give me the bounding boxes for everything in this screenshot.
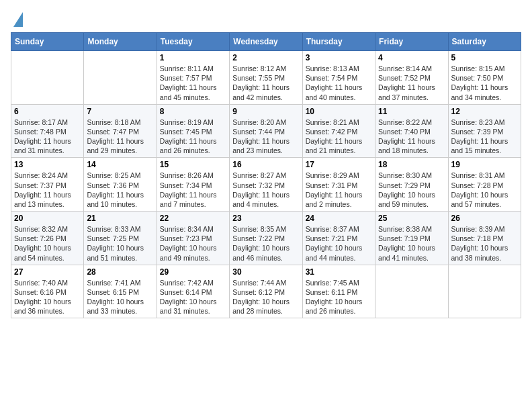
calendar-cell: 5Sunrise: 8:15 AM Sunset: 7:50 PM Daylig… (448, 51, 521, 105)
day-number: 31 (306, 267, 372, 277)
cell-info: Sunrise: 8:39 AM Sunset: 7:18 PM Dayligh… (451, 224, 518, 263)
day-number: 9 (232, 107, 299, 116)
calendar-cell: 27Sunrise: 7:40 AM Sunset: 6:16 PM Dayli… (11, 265, 84, 318)
calendar-cell: 6Sunrise: 8:17 AM Sunset: 7:48 PM Daylig… (11, 104, 84, 158)
calendar-cell: 23Sunrise: 8:35 AM Sunset: 7:22 PM Dayli… (230, 212, 302, 265)
calendar-week-row: 27Sunrise: 7:40 AM Sunset: 6:16 PM Dayli… (11, 265, 521, 318)
cell-info: Sunrise: 8:37 AM Sunset: 7:21 PM Dayligh… (306, 224, 372, 263)
calendar-cell (11, 51, 84, 105)
day-number: 28 (87, 267, 153, 277)
cell-info: Sunrise: 8:23 AM Sunset: 7:39 PM Dayligh… (451, 118, 518, 156)
calendar-cell: 26Sunrise: 8:39 AM Sunset: 7:18 PM Dayli… (448, 212, 521, 265)
header-wednesday: Wednesday (230, 33, 302, 51)
cell-info: Sunrise: 8:24 AM Sunset: 7:37 PM Dayligh… (14, 171, 81, 209)
day-number: 26 (451, 214, 518, 223)
calendar-week-row: 20Sunrise: 8:32 AM Sunset: 7:26 PM Dayli… (11, 212, 521, 265)
calendar-cell: 3Sunrise: 8:13 AM Sunset: 7:54 PM Daylig… (302, 51, 375, 105)
calendar-cell: 1Sunrise: 8:11 AM Sunset: 7:57 PM Daylig… (157, 51, 229, 105)
logo-triangle-icon (13, 12, 23, 27)
day-number: 20 (14, 214, 81, 223)
cell-info: Sunrise: 8:14 AM Sunset: 7:52 PM Dayligh… (378, 64, 445, 102)
calendar-header-row: SundayMondayTuesdayWednesdayThursdayFrid… (11, 33, 521, 51)
cell-info: Sunrise: 8:15 AM Sunset: 7:50 PM Dayligh… (451, 64, 518, 102)
calendar-cell: 7Sunrise: 8:18 AM Sunset: 7:47 PM Daylig… (84, 104, 157, 158)
logo-text (11, 11, 23, 27)
cell-info: Sunrise: 8:38 AM Sunset: 7:19 PM Dayligh… (378, 224, 445, 263)
calendar-cell: 11Sunrise: 8:22 AM Sunset: 7:40 PM Dayli… (375, 104, 448, 158)
cell-info: Sunrise: 8:17 AM Sunset: 7:48 PM Dayligh… (14, 118, 81, 156)
calendar-cell (84, 51, 157, 105)
day-number: 23 (232, 214, 299, 223)
header-friday: Friday (375, 33, 448, 51)
calendar-cell: 28Sunrise: 7:41 AM Sunset: 6:15 PM Dayli… (84, 265, 157, 318)
cell-info: Sunrise: 8:29 AM Sunset: 7:31 PM Dayligh… (306, 171, 372, 209)
day-number: 3 (306, 53, 372, 62)
day-number: 5 (451, 53, 518, 62)
cell-info: Sunrise: 8:32 AM Sunset: 7:26 PM Dayligh… (14, 224, 81, 263)
calendar-week-row: 1Sunrise: 8:11 AM Sunset: 7:57 PM Daylig… (11, 51, 521, 105)
calendar-cell: 29Sunrise: 7:42 AM Sunset: 6:14 PM Dayli… (157, 265, 229, 318)
day-number: 24 (306, 214, 372, 223)
day-number: 6 (14, 107, 81, 116)
cell-info: Sunrise: 8:18 AM Sunset: 7:47 PM Dayligh… (87, 118, 153, 156)
cell-info: Sunrise: 8:27 AM Sunset: 7:32 PM Dayligh… (232, 171, 299, 209)
header-tuesday: Tuesday (157, 33, 229, 51)
day-number: 29 (160, 267, 226, 277)
header-sunday: Sunday (11, 33, 84, 51)
day-number: 27 (14, 267, 81, 277)
day-number: 17 (306, 160, 372, 169)
calendar-cell: 30Sunrise: 7:44 AM Sunset: 6:12 PM Dayli… (230, 265, 302, 318)
calendar-week-row: 6Sunrise: 8:17 AM Sunset: 7:48 PM Daylig… (11, 104, 521, 158)
header-monday: Monday (84, 33, 157, 51)
day-number: 7 (87, 107, 153, 116)
calendar-cell: 8Sunrise: 8:19 AM Sunset: 7:45 PM Daylig… (157, 104, 229, 158)
calendar-cell: 2Sunrise: 8:12 AM Sunset: 7:55 PM Daylig… (230, 51, 302, 105)
day-number: 13 (14, 160, 81, 169)
calendar-cell: 18Sunrise: 8:30 AM Sunset: 7:29 PM Dayli… (375, 158, 448, 212)
calendar-cell: 21Sunrise: 8:33 AM Sunset: 7:25 PM Dayli… (84, 212, 157, 265)
cell-info: Sunrise: 8:26 AM Sunset: 7:34 PM Dayligh… (160, 171, 226, 209)
day-number: 16 (232, 160, 299, 169)
day-number: 12 (451, 107, 518, 116)
calendar-cell: 10Sunrise: 8:21 AM Sunset: 7:42 PM Dayli… (302, 104, 375, 158)
cell-info: Sunrise: 8:25 AM Sunset: 7:36 PM Dayligh… (87, 171, 153, 209)
cell-info: Sunrise: 8:20 AM Sunset: 7:44 PM Dayligh… (232, 118, 299, 156)
cell-info: Sunrise: 8:34 AM Sunset: 7:23 PM Dayligh… (160, 224, 226, 263)
cell-info: Sunrise: 8:19 AM Sunset: 7:45 PM Dayligh… (160, 118, 226, 156)
day-number: 10 (306, 107, 372, 116)
header-thursday: Thursday (302, 33, 375, 51)
calendar-cell: 12Sunrise: 8:23 AM Sunset: 7:39 PM Dayli… (448, 104, 521, 158)
cell-info: Sunrise: 8:13 AM Sunset: 7:54 PM Dayligh… (306, 64, 372, 102)
calendar-cell: 19Sunrise: 8:31 AM Sunset: 7:28 PM Dayli… (448, 158, 521, 212)
header-saturday: Saturday (448, 33, 521, 51)
day-number: 21 (87, 214, 153, 223)
calendar-cell (448, 265, 521, 318)
calendar-cell: 15Sunrise: 8:26 AM Sunset: 7:34 PM Dayli… (157, 158, 229, 212)
day-number: 22 (160, 214, 226, 223)
calendar-cell: 13Sunrise: 8:24 AM Sunset: 7:37 PM Dayli… (11, 158, 84, 212)
day-number: 8 (160, 107, 226, 116)
cell-info: Sunrise: 7:41 AM Sunset: 6:15 PM Dayligh… (87, 278, 153, 316)
calendar-cell: 22Sunrise: 8:34 AM Sunset: 7:23 PM Dayli… (157, 212, 229, 265)
calendar-cell: 17Sunrise: 8:29 AM Sunset: 7:31 PM Dayli… (302, 158, 375, 212)
day-number: 4 (378, 53, 445, 62)
calendar-cell: 16Sunrise: 8:27 AM Sunset: 7:32 PM Dayli… (230, 158, 302, 212)
calendar-cell: 20Sunrise: 8:32 AM Sunset: 7:26 PM Dayli… (11, 212, 84, 265)
day-number: 30 (232, 267, 299, 277)
calendar-cell (375, 265, 448, 318)
cell-info: Sunrise: 7:44 AM Sunset: 6:12 PM Dayligh… (232, 278, 299, 316)
calendar-cell: 24Sunrise: 8:37 AM Sunset: 7:21 PM Dayli… (302, 212, 375, 265)
calendar-cell: 31Sunrise: 7:45 AM Sunset: 6:11 PM Dayli… (302, 265, 375, 318)
cell-info: Sunrise: 7:42 AM Sunset: 6:14 PM Dayligh… (160, 278, 226, 316)
cell-info: Sunrise: 7:40 AM Sunset: 6:16 PM Dayligh… (14, 278, 81, 316)
day-number: 19 (451, 160, 518, 169)
cell-info: Sunrise: 8:12 AM Sunset: 7:55 PM Dayligh… (232, 64, 299, 102)
logo (11, 11, 23, 27)
calendar-table: SundayMondayTuesdayWednesdayThursdayFrid… (11, 32, 521, 318)
day-number: 15 (160, 160, 226, 169)
day-number: 2 (232, 53, 299, 62)
cell-info: Sunrise: 7:45 AM Sunset: 6:11 PM Dayligh… (306, 278, 372, 316)
calendar-cell: 25Sunrise: 8:38 AM Sunset: 7:19 PM Dayli… (375, 212, 448, 265)
day-number: 25 (378, 214, 445, 223)
calendar-week-row: 13Sunrise: 8:24 AM Sunset: 7:37 PM Dayli… (11, 158, 521, 212)
